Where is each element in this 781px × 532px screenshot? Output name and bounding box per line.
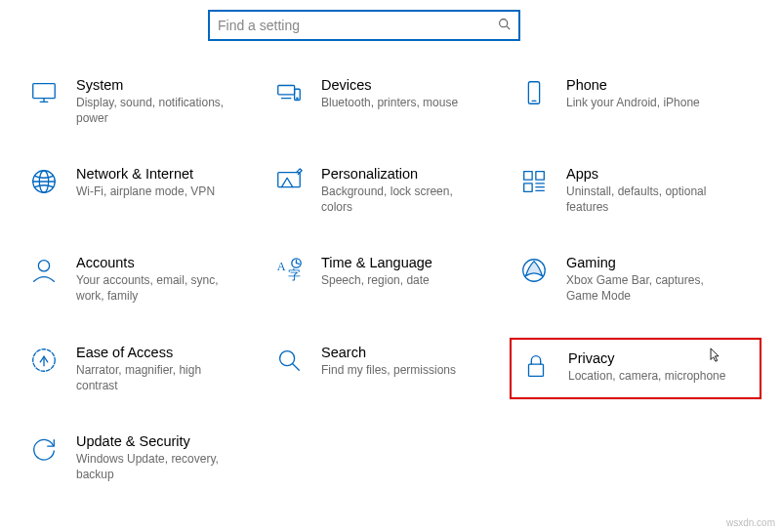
svg-rect-32 — [529, 364, 544, 376]
magnifier-icon — [272, 344, 306, 377]
tile-title: Time & Language — [321, 254, 432, 272]
svg-point-21 — [38, 261, 49, 271]
tile-title: Personalization — [321, 165, 487, 184]
tile-apps[interactable]: Apps Uninstall, defaults, optional featu… — [510, 159, 744, 221]
tile-title: Accounts — [76, 254, 242, 272]
apps-icon — [517, 165, 551, 198]
search-input[interactable] — [218, 18, 492, 33]
globe-icon — [27, 165, 61, 198]
tile-title: Gaming — [566, 254, 732, 272]
tile-update-security[interactable]: Update & Security Windows Update, recove… — [20, 427, 254, 488]
tile-title: Privacy — [568, 349, 725, 368]
accounts-icon — [27, 254, 61, 287]
tile-desc: Display, sound, notifications, power — [76, 95, 242, 126]
tile-desc: Background, lock screen, colors — [321, 184, 487, 215]
tile-desc: Speech, region, date — [321, 272, 432, 288]
tile-title: Network & Internet — [76, 165, 215, 184]
tile-system[interactable]: System Display, sound, notifications, po… — [20, 70, 254, 132]
svg-rect-2 — [33, 84, 56, 99]
tile-personalization[interactable]: Personalization Background, lock screen,… — [265, 159, 499, 221]
svg-rect-17 — [524, 184, 532, 191]
tile-gaming[interactable]: Gaming Xbox Game Bar, captures, Game Mod… — [510, 248, 744, 309]
tile-desc: Find my files, permissions — [321, 362, 456, 378]
time-language-icon: A字 — [272, 254, 306, 287]
svg-rect-5 — [278, 86, 295, 95]
tile-privacy[interactable]: Privacy Location, camera, microphone — [510, 338, 761, 399]
svg-line-1 — [507, 26, 510, 29]
display-icon — [27, 76, 61, 109]
phone-icon — [517, 76, 551, 109]
svg-line-31 — [293, 363, 300, 370]
svg-point-0 — [500, 20, 508, 27]
tile-title: Apps — [566, 165, 732, 184]
tile-desc: Bluetooth, printers, mouse — [321, 95, 458, 110]
tile-title: Devices — [321, 76, 458, 95]
svg-text:A: A — [277, 260, 286, 273]
tile-desc: Your accounts, email, sync, work, family — [76, 272, 242, 304]
svg-point-8 — [297, 98, 298, 99]
devices-icon — [272, 76, 306, 109]
ease-of-access-icon — [27, 344, 61, 377]
lock-icon — [519, 349, 553, 383]
svg-rect-16 — [536, 172, 544, 180]
tile-title: Phone — [566, 76, 700, 95]
tile-devices[interactable]: Devices Bluetooth, printers, mouse — [265, 70, 499, 132]
search-icon — [498, 18, 511, 33]
tile-desc: Windows Update, recovery, backup — [76, 451, 242, 482]
tile-desc: Narrator, magnifier, high contrast — [76, 362, 242, 393]
gaming-icon — [517, 254, 551, 287]
tile-desc: Uninstall, defaults, optional features — [566, 184, 732, 215]
settings-grid: System Display, sound, notifications, po… — [0, 70, 781, 488]
svg-line-26 — [297, 264, 300, 265]
tile-ease-of-access[interactable]: Ease of Access Narrator, magnifier, high… — [20, 338, 254, 399]
update-icon — [27, 432, 61, 466]
paint-icon — [272, 165, 306, 198]
mouse-cursor-icon — [710, 348, 720, 363]
tile-desc: Xbox Game Bar, captures, Game Mode — [566, 272, 732, 304]
search-box[interactable] — [208, 10, 520, 41]
svg-rect-15 — [524, 172, 532, 180]
tile-desc: Link your Android, iPhone — [566, 95, 700, 110]
tile-search[interactable]: Search Find my files, permissions — [265, 338, 499, 399]
tile-title: Ease of Access — [76, 344, 242, 362]
svg-text:字: 字 — [288, 268, 301, 283]
tile-desc: Wi-Fi, airplane mode, VPN — [76, 184, 215, 199]
tile-title: Search — [321, 344, 456, 362]
tile-time-language[interactable]: A字 Time & Language Speech, region, date — [265, 248, 499, 309]
tile-title: Update & Security — [76, 432, 242, 451]
watermark: wsxdn.com — [726, 517, 775, 528]
tile-accounts[interactable]: Accounts Your accounts, email, sync, wor… — [20, 248, 254, 309]
search-container — [208, 10, 520, 41]
tile-desc: Location, camera, microphone — [568, 368, 725, 384]
tile-network[interactable]: Network & Internet Wi-Fi, airplane mode,… — [20, 159, 254, 221]
tile-title: System — [76, 76, 242, 95]
tile-phone[interactable]: Phone Link your Android, iPhone — [510, 70, 744, 132]
